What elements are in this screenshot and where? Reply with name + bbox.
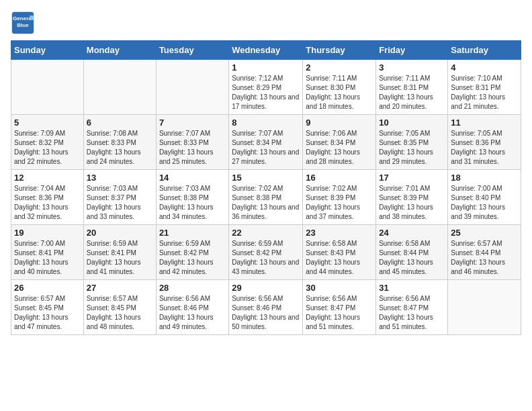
day-number: 22 [232,228,300,238]
calendar-cell: 22Sunrise: 6:59 AM Sunset: 8:42 PM Dayli… [229,225,303,280]
day-info: Sunrise: 7:12 AM Sunset: 8:29 PM Dayligh… [232,74,300,111]
day-number: 20 [87,228,153,238]
svg-text:General: General [13,15,33,21]
day-info: Sunrise: 7:01 AM Sunset: 8:39 PM Dayligh… [379,184,445,222]
calendar-cell: 13Sunrise: 7:03 AM Sunset: 8:37 PM Dayli… [83,170,156,225]
day-info: Sunrise: 7:03 AM Sunset: 8:38 PM Dayligh… [159,184,226,222]
svg-text:Blue: Blue [17,22,29,28]
weekday-header: Friday [376,41,448,60]
day-info: Sunrise: 7:02 AM Sunset: 8:39 PM Dayligh… [306,184,373,222]
day-info: Sunrise: 6:56 AM Sunset: 8:47 PM Dayligh… [379,294,445,332]
day-info: Sunrise: 7:05 AM Sunset: 8:35 PM Dayligh… [379,129,445,167]
day-number: 4 [451,62,518,73]
calendar-table: SundayMondayTuesdayWednesdayThursdayFrid… [11,40,521,335]
calendar-cell: 1Sunrise: 7:12 AM Sunset: 8:29 PM Daylig… [229,60,303,115]
day-info: Sunrise: 6:59 AM Sunset: 8:41 PM Dayligh… [87,239,153,277]
calendar-cell: 18Sunrise: 7:00 AM Sunset: 8:40 PM Dayli… [448,170,521,225]
day-info: Sunrise: 7:08 AM Sunset: 8:33 PM Dayligh… [87,129,153,167]
day-info: Sunrise: 7:05 AM Sunset: 8:36 PM Dayligh… [451,129,518,167]
day-number: 9 [306,118,373,128]
day-number: 13 [87,173,153,183]
day-number: 18 [451,173,518,183]
day-info: Sunrise: 6:58 AM Sunset: 8:44 PM Dayligh… [379,239,445,277]
day-info: Sunrise: 6:56 AM Sunset: 8:46 PM Dayligh… [232,294,300,332]
calendar-cell: 28Sunrise: 6:56 AM Sunset: 8:46 PM Dayli… [156,280,228,335]
calendar-cell: 16Sunrise: 7:02 AM Sunset: 8:39 PM Dayli… [303,170,376,225]
day-info: Sunrise: 7:10 AM Sunset: 8:31 PM Dayligh… [451,74,518,111]
calendar-cell: 10Sunrise: 7:05 AM Sunset: 8:35 PM Dayli… [376,115,448,170]
calendar-cell: 8Sunrise: 7:07 AM Sunset: 8:34 PM Daylig… [229,115,303,170]
calendar-cell [448,280,521,335]
page-header: General Blue [11,11,521,35]
calendar-cell: 20Sunrise: 6:59 AM Sunset: 8:41 PM Dayli… [83,225,156,280]
logo: General Blue [11,11,38,35]
calendar-cell: 12Sunrise: 7:04 AM Sunset: 8:36 PM Dayli… [11,170,84,225]
day-number: 17 [379,173,445,183]
day-number: 11 [451,118,518,128]
calendar-cell: 3Sunrise: 7:11 AM Sunset: 8:31 PM Daylig… [376,60,448,115]
day-info: Sunrise: 7:07 AM Sunset: 8:34 PM Dayligh… [232,129,300,167]
calendar-cell: 29Sunrise: 6:56 AM Sunset: 8:46 PM Dayli… [229,280,303,335]
weekday-header: Wednesday [229,41,303,60]
calendar-cell: 27Sunrise: 6:57 AM Sunset: 8:45 PM Dayli… [83,280,156,335]
calendar-cell: 6Sunrise: 7:08 AM Sunset: 8:33 PM Daylig… [83,115,156,170]
day-number: 8 [232,118,300,128]
calendar-week-row: 19Sunrise: 7:00 AM Sunset: 8:41 PM Dayli… [11,225,521,280]
day-number: 25 [451,228,518,238]
calendar-cell: 31Sunrise: 6:56 AM Sunset: 8:47 PM Dayli… [376,280,448,335]
calendar-week-row: 1Sunrise: 7:12 AM Sunset: 8:29 PM Daylig… [11,60,521,115]
day-number: 7 [159,118,226,128]
day-number: 23 [306,228,373,238]
day-number: 30 [306,283,373,293]
day-number: 21 [159,228,226,238]
day-info: Sunrise: 7:11 AM Sunset: 8:31 PM Dayligh… [379,74,445,111]
calendar-cell: 9Sunrise: 7:06 AM Sunset: 8:34 PM Daylig… [303,115,376,170]
weekday-header: Thursday [303,41,376,60]
calendar-week-row: 5Sunrise: 7:09 AM Sunset: 8:32 PM Daylig… [11,115,521,170]
day-info: Sunrise: 6:56 AM Sunset: 8:46 PM Dayligh… [159,294,226,332]
calendar-cell: 26Sunrise: 6:57 AM Sunset: 8:45 PM Dayli… [11,280,84,335]
day-info: Sunrise: 7:00 AM Sunset: 8:40 PM Dayligh… [451,184,518,222]
day-info: Sunrise: 6:57 AM Sunset: 8:45 PM Dayligh… [14,294,81,332]
calendar-cell: 15Sunrise: 7:02 AM Sunset: 8:38 PM Dayli… [229,170,303,225]
day-number: 29 [232,283,300,293]
day-number: 12 [14,173,81,183]
day-number: 1 [232,62,300,73]
day-info: Sunrise: 6:58 AM Sunset: 8:43 PM Dayligh… [306,239,373,277]
weekday-header: Monday [83,41,156,60]
day-number: 26 [14,283,81,293]
day-number: 19 [14,228,81,238]
weekday-header: Sunday [11,41,84,60]
calendar-cell: 11Sunrise: 7:05 AM Sunset: 8:36 PM Dayli… [448,115,521,170]
day-number: 3 [379,62,445,73]
day-number: 15 [232,173,300,183]
calendar-cell: 7Sunrise: 7:07 AM Sunset: 8:33 PM Daylig… [156,115,228,170]
day-number: 31 [379,283,445,293]
calendar-cell [156,60,228,115]
calendar-week-row: 26Sunrise: 6:57 AM Sunset: 8:45 PM Dayli… [11,280,521,335]
day-info: Sunrise: 6:59 AM Sunset: 8:42 PM Dayligh… [159,239,226,277]
calendar-cell: 19Sunrise: 7:00 AM Sunset: 8:41 PM Dayli… [11,225,84,280]
weekday-header: Saturday [448,41,521,60]
day-number: 24 [379,228,445,238]
day-number: 2 [306,62,373,73]
day-info: Sunrise: 7:02 AM Sunset: 8:38 PM Dayligh… [232,184,300,222]
day-number: 5 [14,118,81,128]
day-info: Sunrise: 6:57 AM Sunset: 8:45 PM Dayligh… [87,294,153,332]
calendar-cell: 21Sunrise: 6:59 AM Sunset: 8:42 PM Dayli… [156,225,228,280]
calendar-cell [83,60,156,115]
logo-icon: General Blue [11,11,35,35]
day-number: 28 [159,283,226,293]
weekday-header: Tuesday [156,41,228,60]
day-info: Sunrise: 7:03 AM Sunset: 8:37 PM Dayligh… [87,184,153,222]
calendar-cell: 2Sunrise: 7:11 AM Sunset: 8:30 PM Daylig… [303,60,376,115]
day-number: 10 [379,118,445,128]
calendar-cell: 5Sunrise: 7:09 AM Sunset: 8:32 PM Daylig… [11,115,84,170]
day-info: Sunrise: 7:00 AM Sunset: 8:41 PM Dayligh… [14,239,81,277]
day-info: Sunrise: 6:59 AM Sunset: 8:42 PM Dayligh… [232,239,300,277]
day-info: Sunrise: 7:06 AM Sunset: 8:34 PM Dayligh… [306,129,373,167]
day-info: Sunrise: 7:07 AM Sunset: 8:33 PM Dayligh… [159,129,226,167]
day-number: 6 [87,118,153,128]
calendar-cell: 4Sunrise: 7:10 AM Sunset: 8:31 PM Daylig… [448,60,521,115]
day-info: Sunrise: 6:56 AM Sunset: 8:47 PM Dayligh… [306,294,373,332]
